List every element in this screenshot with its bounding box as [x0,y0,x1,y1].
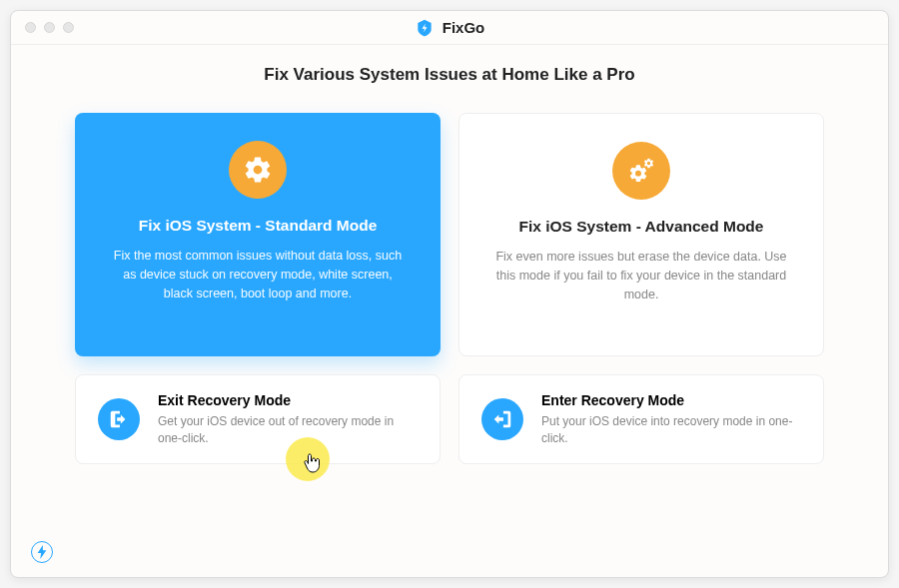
titlebar: FixGo [11,11,888,45]
standard-mode-desc: Fix the most common issues without data … [107,247,409,302]
page-headline: Fix Various System Issues at Home Like a… [11,65,888,85]
enter-recovery-title: Enter Recovery Mode [541,392,801,408]
maximize-window-button[interactable] [63,22,74,33]
close-window-button[interactable] [25,22,36,33]
minimize-window-button[interactable] [44,22,55,33]
standard-mode-title: Fix iOS System - Standard Mode [107,217,409,235]
enter-recovery-card[interactable]: Enter Recovery Mode Put your iOS device … [458,374,824,464]
window-controls [25,22,74,33]
cards-grid: Fix iOS System - Standard Mode Fix the m… [11,85,888,464]
advanced-mode-desc: Fix even more issues but erase the devic… [491,248,791,303]
gear-icon [229,141,287,199]
exit-recovery-text: Exit Recovery Mode Get your iOS device o… [158,392,418,447]
exit-icon [98,398,140,440]
advanced-mode-title: Fix iOS System - Advanced Mode [491,218,791,236]
exit-recovery-card[interactable]: Exit Recovery Mode Get your iOS device o… [75,374,441,464]
enter-recovery-text: Enter Recovery Mode Put your iOS device … [541,392,801,447]
standard-mode-card[interactable]: Fix iOS System - Standard Mode Fix the m… [75,113,441,356]
app-name: FixGo [443,19,485,36]
info-lightning-icon[interactable] [31,541,53,563]
exit-recovery-desc: Get your iOS device out of recovery mode… [158,413,418,447]
app-window: FixGo Fix Various System Issues at Home … [10,10,889,578]
enter-icon [481,398,523,440]
app-logo-icon [415,18,435,38]
titlebar-title: FixGo [11,18,888,38]
exit-recovery-title: Exit Recovery Mode [158,392,418,408]
advanced-mode-card[interactable]: Fix iOS System - Advanced Mode Fix even … [458,113,824,356]
gears-icon [612,142,670,200]
enter-recovery-desc: Put your iOS device into recovery mode i… [541,413,801,447]
